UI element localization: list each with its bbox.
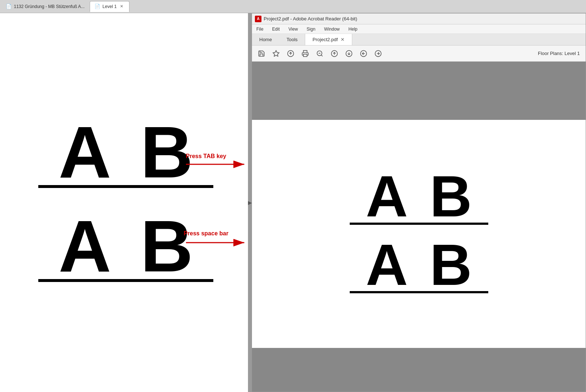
tab-level1[interactable]: 📄 Level 1 ✕	[90, 1, 129, 12]
left-row1-letter-b: B	[140, 116, 193, 189]
tab1-icon: 📄	[6, 4, 12, 9]
tab1-label: 1132 Gründung - MB Stützenfuß A...	[14, 4, 85, 9]
tab2-label: Level 1	[102, 4, 117, 9]
left-row1-group: A B	[38, 116, 213, 188]
left-row2-underline	[38, 279, 213, 282]
menu-sign[interactable]: Sign	[305, 26, 317, 32]
tab-1132[interactable]: 📄 1132 Gründung - MB Stützenfuß A...	[1, 1, 89, 12]
tab-project2[interactable]: Project2.pdf ✕	[305, 34, 352, 45]
search-zoom-button[interactable]	[313, 47, 326, 60]
menu-help[interactable]: Help	[347, 26, 359, 32]
acrobat-icon-label: A	[257, 17, 259, 21]
forward-nav-button[interactable]	[372, 47, 385, 60]
acrobat-tabs: Home Tools Project2.pdf ✕	[252, 34, 586, 46]
scroll-down-button[interactable]	[342, 47, 356, 60]
left-row2-letter-a: A	[59, 210, 111, 283]
left-row1-letters: A B	[59, 116, 193, 189]
acrobat-toolbar: Floor Plans: Level 1	[252, 46, 586, 62]
tab2-icon: 📄	[94, 4, 100, 9]
browser-tabbar: 📄 1132 Gründung - MB Stützenfuß A... 📄 L…	[0, 0, 586, 13]
menu-file[interactable]: File	[255, 26, 265, 32]
pdf-gray-bottom	[252, 348, 586, 392]
acrobat-window: A Project2.pdf - Adobe Acrobat Reader (6…	[252, 13, 586, 392]
pdf-row1-letter-b: B	[430, 167, 472, 226]
acrobat-content: A B A B	[252, 62, 586, 392]
left-row1-letter-a: A	[59, 116, 111, 189]
pdf-row1-underline	[350, 223, 488, 225]
bookmark-button[interactable]	[269, 47, 283, 60]
acrobat-app-icon: A	[255, 16, 261, 22]
pdf-row2-letter-b: B	[430, 236, 472, 294]
pdf-row1-letters: A B	[366, 167, 472, 226]
upload-button[interactable]	[284, 47, 297, 60]
acrobat-title: Project2.pdf - Adobe Acrobat Reader (64-…	[264, 16, 357, 21]
menu-window[interactable]: Window	[323, 26, 341, 32]
menu-view[interactable]: View	[287, 26, 299, 32]
pdf-white-area: A B A B	[252, 120, 586, 348]
menu-edit[interactable]: Edit	[271, 26, 281, 32]
pdf-letters: A B A B	[252, 127, 586, 341]
svg-marker-4	[273, 50, 279, 56]
left-row2-letter-b: B	[140, 210, 193, 283]
tab-project2-close[interactable]: ✕	[341, 37, 345, 42]
save-button[interactable]	[255, 47, 268, 60]
acrobat-menubar: File Edit View Sign Window Help	[252, 24, 586, 34]
left-panel: A B A B Press TAB key	[0, 13, 252, 392]
left-rows: A B A B	[38, 116, 213, 289]
panel-divider: ▶	[248, 13, 252, 392]
back-nav-button[interactable]	[357, 47, 370, 60]
pdf-row1: A B	[350, 167, 488, 232]
left-row2-letters: A B	[59, 210, 193, 283]
pdf-row2-letters: A B	[366, 236, 472, 294]
svg-line-9	[321, 55, 323, 56]
tab-tools[interactable]: Tools	[279, 34, 305, 45]
tab-home[interactable]: Home	[252, 34, 279, 45]
print-button[interactable]	[299, 47, 312, 60]
acrobat-titlebar: A Project2.pdf - Adobe Acrobat Reader (6…	[252, 13, 586, 24]
toolbar-breadcrumb: Floor Plans: Level 1	[538, 51, 583, 56]
pdf-row2-letter-a: A	[366, 236, 408, 294]
left-content: A B A B Press TAB key	[0, 13, 252, 392]
scroll-up-button[interactable]	[328, 47, 341, 60]
pdf-row2: A B	[350, 236, 488, 301]
tab2-close[interactable]: ✕	[119, 4, 125, 9]
left-row1-underline	[38, 185, 213, 188]
divider-arrow-icon: ▶	[248, 200, 252, 205]
pdf-row2-underline	[350, 291, 488, 293]
left-row2-group: A B	[38, 210, 213, 282]
pdf-row1-letter-a: A	[366, 167, 408, 226]
pdf-gray-top	[252, 62, 586, 120]
svg-rect-7	[303, 54, 307, 56]
